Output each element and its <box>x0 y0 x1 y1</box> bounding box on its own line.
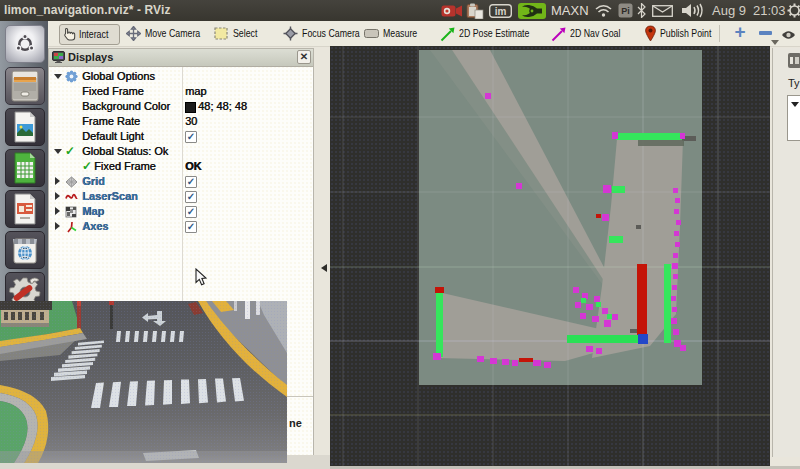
svg-text:Pi: Pi <box>621 6 630 16</box>
svg-text:im: im <box>495 6 507 17</box>
